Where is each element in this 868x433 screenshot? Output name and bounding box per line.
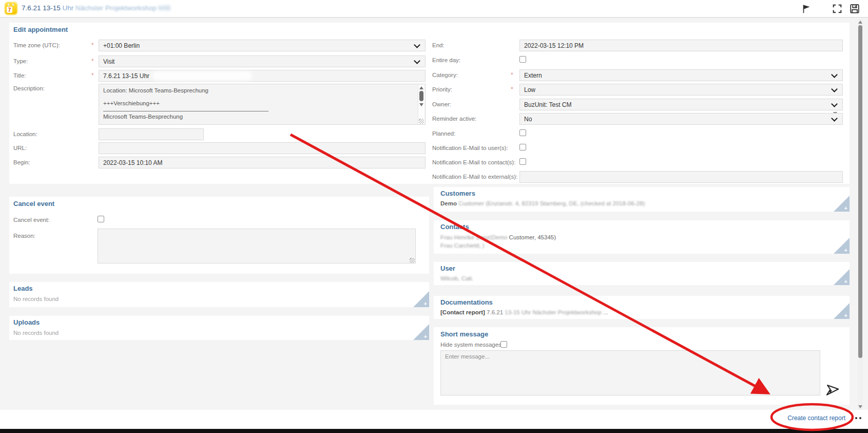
cancel-event-card: Cancel event Cancel event: Reason: — [9, 197, 429, 274]
title-input[interactable]: 7.6.21 13-15 Uhr — [99, 70, 426, 82]
required-marker: * — [91, 42, 94, 49]
begin-input[interactable]: 2022-03-15 10:10 AM — [99, 157, 426, 168]
plus-icon[interactable]: + — [844, 247, 847, 253]
description-scrollbar[interactable] — [418, 85, 425, 124]
timezone-label: Time zone (UTC): — [13, 42, 60, 48]
app-header: 7 7.6.21 13-15 Uhr Nächster Projektworks… — [0, 0, 868, 18]
customer-entry[interactable]: Demo Customer (Enzianstr. 4, 82319 Starn… — [440, 200, 645, 206]
notify-contacts-label: Notification E-Mail to contact(s): — [432, 159, 515, 165]
entire-day-checkbox[interactable] — [519, 56, 526, 63]
documentations-card: Documentations [Contact report] 7.6.21 1… — [434, 296, 850, 319]
edit-appointment-card: Edit appointment Time zone (UTC): * +01:… — [9, 23, 850, 184]
user-entry[interactable]: Wilcob, Cati. — [440, 275, 474, 281]
ellipsis-dots-icon[interactable] — [852, 417, 861, 419]
section-heading: Leads — [13, 285, 33, 292]
url-label: URL: — [13, 145, 27, 151]
scrollbar-thumb[interactable] — [858, 25, 862, 358]
required-marker: * — [91, 72, 94, 79]
documentation-entry[interactable]: [Contact report] 7.6.21 13-15 Uhr Nächst… — [440, 309, 608, 315]
vertical-scrollbar[interactable] — [858, 19, 863, 410]
send-icon[interactable] — [825, 383, 840, 398]
description-textarea[interactable]: Location: Microsoft Teams-Besprechung ++… — [99, 84, 426, 125]
resize-grip-icon[interactable] — [410, 258, 415, 263]
category-select[interactable]: Extern — [519, 69, 843, 81]
reason-label: Reason: — [13, 233, 35, 239]
section-heading: Documentations — [440, 298, 493, 306]
calendar-icon: 7 — [5, 3, 17, 14]
location-input[interactable] — [99, 128, 204, 140]
owner-select[interactable]: BuzUnit: Test CM — [519, 99, 843, 110]
bottom-bar — [0, 429, 868, 433]
appointment-edit-page: 7 7.6.21 13-15 Uhr Nächster Projektworks… — [0, 0, 868, 433]
plus-icon[interactable]: + — [844, 205, 847, 211]
plus-icon[interactable]: + — [844, 278, 847, 285]
priority-label: Priority: — [432, 86, 452, 92]
section-heading: Edit appointment — [13, 26, 68, 33]
notify-users-checkbox[interactable] — [519, 144, 526, 150]
entire-day-label: Entire day: — [432, 57, 460, 63]
plus-icon[interactable]: + — [844, 312, 847, 318]
contact-entry[interactable]: Frau Carchield, ) — [440, 242, 485, 249]
uploads-card: Uploads No records found + — [9, 316, 429, 340]
cancel-event-checkbox[interactable] — [98, 216, 104, 222]
resize-grip-icon[interactable] — [419, 119, 424, 124]
save-icon[interactable] — [849, 3, 860, 14]
fullscreen-icon[interactable] — [832, 3, 843, 14]
create-contact-report-link[interactable]: Create contact report — [787, 415, 845, 422]
notify-externals-input[interactable] — [519, 171, 843, 183]
type-select[interactable]: Visit — [99, 55, 426, 67]
message-input[interactable] — [440, 350, 820, 396]
priority-select[interactable]: Low — [519, 84, 843, 96]
scroll-down-icon[interactable] — [419, 103, 423, 106]
reminder-select[interactable]: No — [519, 113, 843, 125]
notify-users-label: Notification E-Mail to user(s): — [432, 145, 508, 151]
contact-entry[interactable]: Frau Henrike Benz(Demo Customer, 45345) — [440, 234, 556, 240]
reason-textarea[interactable] — [98, 229, 416, 263]
category-label: Category: — [432, 72, 458, 78]
hide-system-messages-checkbox[interactable] — [500, 341, 507, 348]
empty-state-text: No records found — [13, 330, 59, 336]
url-input[interactable] — [99, 142, 426, 154]
description-label: Description: — [13, 85, 45, 91]
divider-line — [103, 107, 268, 111]
plus-icon[interactable]: + — [424, 333, 427, 340]
contacts-card: Contacts Frau Henrike Benz(Demo Customer… — [434, 220, 850, 254]
hide-system-messages-label: Hide system messages: — [440, 342, 503, 348]
section-heading: Contacts — [440, 223, 469, 231]
notify-contacts-checkbox[interactable] — [519, 158, 526, 165]
scroll-down-icon[interactable] — [858, 405, 862, 408]
timezone-select[interactable]: +01:00 Berlin — [99, 40, 426, 51]
chevron-down-icon — [831, 71, 838, 78]
required-marker: * — [91, 58, 94, 65]
begin-label: Begin: — [13, 159, 30, 165]
chevron-down-icon — [414, 42, 420, 48]
section-heading: User — [440, 265, 455, 272]
reminder-label: Reminder active: — [432, 116, 476, 122]
empty-state-text: No records found — [13, 296, 59, 302]
required-marker: * — [511, 71, 513, 79]
scroll-up-icon[interactable] — [858, 21, 862, 24]
chevron-down-icon — [831, 101, 838, 107]
customers-card: Customers Demo Customer (Enzianstr. 4, 8… — [434, 187, 850, 212]
plus-icon[interactable]: + — [424, 300, 427, 307]
planned-label: Planned: — [432, 130, 455, 137]
chevron-down-icon — [414, 58, 420, 64]
notify-externals-label: Notification E-Mail to external(s): — [432, 174, 517, 180]
section-heading: Uploads — [13, 318, 40, 326]
flag-icon[interactable] — [801, 3, 812, 14]
redacted-blur — [153, 72, 251, 79]
scroll-up-icon[interactable] — [419, 86, 423, 89]
end-label: End: — [432, 42, 445, 48]
scrollbar-thumb[interactable] — [419, 91, 423, 101]
short-message-card: Short message Hide system messages: — [434, 327, 850, 405]
calendar-day: 7 — [7, 7, 12, 13]
chevron-down-icon — [831, 115, 838, 122]
type-label: Type: — [13, 58, 28, 64]
end-input[interactable]: 2022-03-15 12:10 PM — [519, 40, 843, 51]
location-label: Location: — [13, 131, 37, 137]
planned-checkbox[interactable] — [519, 129, 526, 136]
title-label: Title: — [13, 72, 26, 79]
cancel-event-label: Cancel event: — [13, 217, 49, 223]
section-heading: Cancel event — [13, 200, 54, 208]
leads-card: Leads No records found + — [9, 282, 429, 307]
